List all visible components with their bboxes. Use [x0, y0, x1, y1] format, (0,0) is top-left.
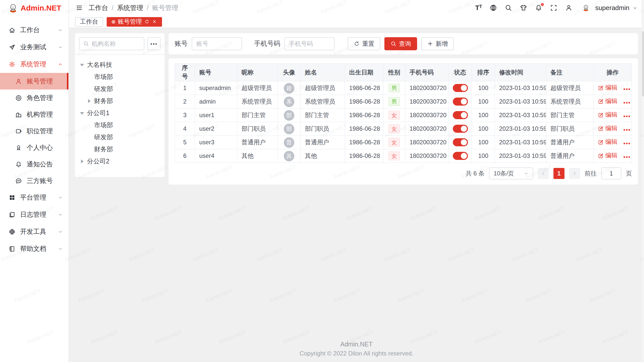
- reset-button[interactable]: 重置: [348, 37, 380, 50]
- tree-node[interactable]: 分公司2: [79, 155, 160, 167]
- cell-gender: 男: [383, 81, 405, 95]
- chevron-down-icon[interactable]: [632, 5, 637, 10]
- goto-page-input[interactable]: [601, 167, 621, 179]
- tree-node[interactable]: 财务部: [79, 95, 160, 107]
- language-icon[interactable]: [490, 4, 497, 12]
- sidebar-item-label: 开发工具: [20, 227, 46, 236]
- sidebar-item-profile-center[interactable]: 个人中心: [0, 139, 68, 156]
- edit-button[interactable]: 编辑: [598, 111, 617, 119]
- sidebar-item-notice[interactable]: 通知公告: [0, 156, 68, 172]
- edit-button[interactable]: 编辑: [598, 124, 617, 133]
- breadcrumb-item[interactable]: 系统管理: [117, 3, 143, 12]
- breadcrumb-separator: /: [147, 4, 148, 12]
- theme-icon[interactable]: [520, 4, 527, 12]
- page-number-button[interactable]: 1: [553, 168, 565, 179]
- sidebar-item-help-docs[interactable]: 帮助文档: [0, 240, 68, 257]
- tree-node[interactable]: 大名科技: [79, 59, 160, 71]
- tree-node-label: 研发部: [94, 133, 113, 142]
- user-avatar[interactable]: [580, 2, 591, 13]
- edit-button[interactable]: 编辑: [598, 152, 617, 160]
- status-toggle[interactable]: [453, 138, 468, 146]
- column-header: 操作: [593, 64, 632, 81]
- cell-status: [449, 81, 472, 95]
- sidebar-item-platform-mgmt[interactable]: 平台管理: [0, 189, 68, 206]
- row-more-button[interactable]: •••: [623, 140, 631, 146]
- sidebar-item-business-test[interactable]: 业务测试: [0, 39, 68, 56]
- chat-icon: [15, 177, 22, 184]
- caret-right-icon[interactable]: [88, 99, 90, 103]
- row-more-button[interactable]: •••: [623, 113, 631, 119]
- status-toggle[interactable]: [453, 125, 468, 133]
- status-toggle[interactable]: [453, 152, 468, 160]
- avatar: 其: [284, 151, 294, 161]
- sidebar-item-log-mgmt[interactable]: 日志管理: [0, 206, 68, 223]
- tree-node[interactable]: 市场部: [79, 119, 160, 131]
- user-icon: [15, 78, 22, 85]
- gender-badge: 男: [388, 83, 400, 93]
- query-button[interactable]: 查询: [384, 37, 417, 50]
- fullscreen-icon[interactable]: [550, 4, 557, 12]
- user-icon[interactable]: [565, 4, 573, 12]
- scrollbar-thumb[interactable]: [642, 31, 644, 97]
- next-page-button[interactable]: [569, 168, 580, 179]
- add-button[interactable]: 新增: [421, 37, 454, 50]
- sidebar-item-position-mgmt[interactable]: 职位管理: [0, 123, 68, 139]
- tree-node[interactable]: 市场部: [79, 71, 160, 83]
- collapse-menu-icon[interactable]: [75, 4, 83, 12]
- sidebar-item-role-mgmt[interactable]: 角色管理: [0, 89, 68, 106]
- scrollbar[interactable]: [641, 0, 644, 362]
- status-toggle[interactable]: [453, 111, 468, 119]
- edit-button[interactable]: 编辑: [598, 138, 617, 147]
- caret-right-icon[interactable]: [81, 159, 83, 163]
- refresh-icon[interactable]: [144, 19, 149, 24]
- tree-node[interactable]: 分公司1: [79, 107, 160, 119]
- status-toggle[interactable]: [453, 98, 468, 106]
- sidebar-item-third-party[interactable]: 三方账号: [0, 172, 68, 189]
- gender-badge: 女: [388, 111, 400, 120]
- search-icon[interactable]: [505, 4, 512, 12]
- sidebar-item-system-mgmt[interactable]: 系统管理: [0, 56, 68, 73]
- close-icon[interactable]: [152, 19, 157, 24]
- row-more-button[interactable]: •••: [623, 127, 631, 133]
- cell-actions: 编辑•••: [593, 81, 632, 95]
- table-body: 1superadmin超级管理员超超级管理员1986-06-28男1802003…: [175, 81, 632, 163]
- username[interactable]: superadmin: [595, 4, 629, 12]
- tab-bar: 工作台 账号管理: [69, 16, 644, 28]
- notification-icon[interactable]: [535, 4, 542, 12]
- phone-input[interactable]: [284, 37, 335, 50]
- tab-workbench[interactable]: 工作台: [75, 17, 103, 26]
- page-size-select[interactable]: 10条/页: [489, 167, 533, 179]
- prev-page-button[interactable]: [538, 168, 549, 179]
- users-table-panel: 序号账号昵称头像姓名出生日期性别手机号码状态排序修改时间备注操作 1supera…: [169, 58, 638, 185]
- sidebar-item-workbench[interactable]: 工作台: [0, 22, 68, 39]
- caret-down-icon[interactable]: [80, 64, 84, 66]
- tree-node[interactable]: 研发部: [79, 83, 160, 95]
- table-header-row: 序号账号昵称头像姓名出生日期性别手机号码状态排序修改时间备注操作: [175, 64, 632, 81]
- org-search-input[interactable]: [92, 40, 140, 47]
- total-count: 共 6 条: [466, 169, 485, 178]
- account-input[interactable]: [192, 37, 242, 50]
- caret-down-icon[interactable]: [80, 112, 84, 114]
- users-table: 序号账号昵称头像姓名出生日期性别手机号码状态排序修改时间备注操作 1supera…: [175, 63, 632, 163]
- tree-node[interactable]: 财务部: [79, 143, 160, 155]
- sidebar-item-account-mgmt[interactable]: 账号管理: [0, 73, 68, 89]
- more-options-button[interactable]: •••: [147, 37, 160, 50]
- cell-gender: 女: [383, 149, 405, 163]
- org-search-field[interactable]: [79, 37, 144, 50]
- breadcrumb-item[interactable]: 工作台: [89, 3, 108, 12]
- status-toggle[interactable]: [453, 84, 468, 92]
- tab-account-mgmt[interactable]: 账号管理: [107, 17, 162, 26]
- edit-button[interactable]: 编辑: [598, 97, 617, 106]
- table-row: 3user1部门主管部部门主管1986-06-28女18020030720100…: [175, 108, 632, 122]
- row-more-button[interactable]: •••: [623, 100, 631, 106]
- font-size-icon[interactable]: TT: [475, 5, 482, 11]
- sidebar-item-org-mgmt[interactable]: 机构管理: [0, 106, 68, 123]
- edit-button[interactable]: 编辑: [598, 84, 617, 92]
- row-more-button[interactable]: •••: [623, 154, 631, 160]
- tree-node[interactable]: 研发部: [79, 131, 160, 143]
- row-more-button[interactable]: •••: [623, 86, 631, 92]
- cell-sort: 100: [472, 108, 495, 122]
- sidebar-item-dev-tools[interactable]: 开发工具: [0, 223, 68, 240]
- page-unit-label: 页: [626, 169, 632, 178]
- cell-birthdate: 1986-06-28: [345, 81, 383, 95]
